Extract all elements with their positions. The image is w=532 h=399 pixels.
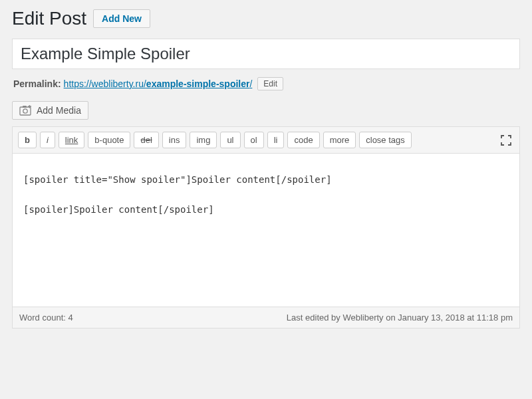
toolbar-li-button[interactable]: li	[267, 132, 285, 148]
editor-status-bar: Word count: 4 Last edited by Webliberty …	[13, 307, 519, 328]
toolbar-italic-button[interactable]: i	[40, 132, 55, 148]
toolbar-link-button[interactable]: link	[59, 132, 85, 148]
toolbar-close-tags-button[interactable]: close tags	[359, 132, 412, 148]
permalink-link[interactable]: https://webliberty.ru/example-simple-spo…	[64, 78, 253, 89]
permalink-row: Permalink: https://webliberty.ru/example…	[12, 74, 520, 101]
toolbar-img-button[interactable]: img	[190, 132, 217, 148]
svg-rect-2	[23, 106, 27, 108]
toolbar-blockquote-button[interactable]: b-quote	[88, 132, 130, 148]
edit-permalink-button[interactable]: Edit	[257, 77, 283, 90]
last-edited-info: Last edited by Webliberty on January 13,…	[287, 313, 513, 323]
add-media-button[interactable]: Add Media	[12, 101, 88, 120]
permalink-label: Permalink:	[13, 78, 61, 89]
editor-box: b i link b-quote del ins img ul ol li co…	[12, 126, 520, 329]
fullscreen-icon[interactable]	[498, 132, 514, 148]
toolbar-ul-button[interactable]: ul	[220, 132, 240, 148]
add-media-label: Add Media	[37, 105, 81, 116]
add-new-button[interactable]: Add New	[93, 9, 150, 28]
word-count: Word count: 4	[19, 313, 73, 323]
page-title: Edit Post	[12, 8, 86, 29]
title-input-container	[12, 39, 520, 69]
toolbar-code-button[interactable]: code	[287, 132, 319, 148]
post-content-textarea[interactable]: [spoiler title="Show spoiler"]Spoiler co…	[13, 154, 519, 307]
svg-point-1	[23, 109, 27, 113]
camera-icon	[19, 105, 33, 116]
svg-rect-0	[20, 107, 31, 115]
toolbar-bold-button[interactable]: b	[18, 132, 37, 148]
post-title-input[interactable]	[13, 39, 519, 68]
toolbar-del-button[interactable]: del	[134, 132, 158, 148]
toolbar-more-button[interactable]: more	[323, 132, 356, 148]
toolbar-ol-button[interactable]: ol	[244, 132, 264, 148]
toolbar-ins-button[interactable]: ins	[162, 132, 187, 148]
text-editor-toolbar: b i link b-quote del ins img ul ol li co…	[13, 127, 519, 154]
